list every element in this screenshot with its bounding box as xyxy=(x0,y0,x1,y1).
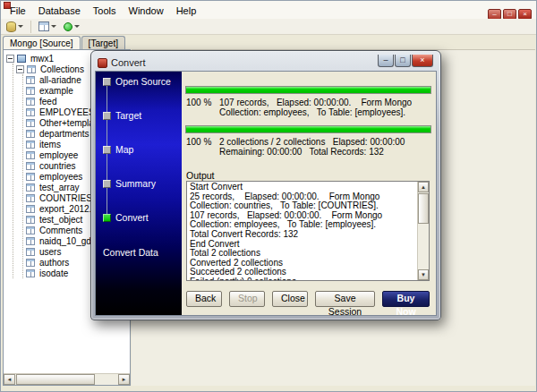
source-target-tabbar: Mongo [Source] [Target] xyxy=(1,35,536,49)
output-line: 107 records, Elapsed: 00:00:00. Form Mon… xyxy=(190,211,414,230)
step-label: Summary xyxy=(115,178,156,189)
tree-item-label[interactable]: items xyxy=(38,140,63,149)
progress-fill xyxy=(186,87,430,93)
dialog-button-row: Back Stop Close Save Session Buy Now xyxy=(186,291,430,307)
tree-item-label[interactable]: export_2012... xyxy=(38,204,98,214)
tree-item-label[interactable]: isodate xyxy=(38,268,70,278)
tree-item-label[interactable]: departments xyxy=(38,129,91,139)
output-log: Start Convert 25 records, Elapsed: 00:00… xyxy=(187,182,417,280)
output-line: Total Convert Records: 132 xyxy=(190,230,414,240)
step-marker-icon xyxy=(103,112,111,120)
output-line: Failed (partly) 0 collections xyxy=(190,277,414,280)
tab-mongo-source[interactable]: Mongo [Source] xyxy=(3,36,81,49)
tree-item-label[interactable]: test_object xyxy=(38,215,84,225)
table-icon xyxy=(26,130,35,138)
tree-collections-label[interactable]: Collections xyxy=(38,64,86,74)
step-marker-icon xyxy=(103,78,111,86)
collapse-icon[interactable] xyxy=(6,55,14,63)
tree-item-label[interactable]: COUNTRIES xyxy=(38,193,94,203)
menu-window[interactable]: Window xyxy=(123,4,170,17)
dialog-window-controls: – □ × xyxy=(377,55,433,67)
scroll-up-icon[interactable] xyxy=(418,182,429,192)
table-icon xyxy=(26,216,35,224)
output-line: Start Convert xyxy=(190,183,414,192)
tree-item-label[interactable]: feed xyxy=(38,97,58,107)
tree-item-label[interactable]: all-ariadne xyxy=(38,75,83,85)
dialog-title-bar[interactable]: Convert – □ × xyxy=(95,55,437,71)
scroll-left-icon[interactable] xyxy=(4,374,15,385)
total-progress-text: 100 % 2 collections / 2 collections Elap… xyxy=(186,137,431,157)
current-progress-text: 100 % 107 records, Elapsed: 00:00:00. Fo… xyxy=(186,98,431,117)
table-tools-button[interactable] xyxy=(37,21,58,32)
tree-item-label[interactable]: employees xyxy=(38,172,84,182)
tree-item-label[interactable]: test_array xyxy=(38,183,81,192)
total-progress-bar xyxy=(185,125,431,133)
server-icon xyxy=(17,55,26,63)
run-convert-button[interactable] xyxy=(62,21,81,32)
dialog-title: Convert xyxy=(111,57,146,68)
open-database-button[interactable] xyxy=(4,21,25,33)
dialog-app-icon xyxy=(98,58,107,68)
scroll-down-icon[interactable] xyxy=(418,269,429,280)
tree-item-label[interactable]: employee xyxy=(38,150,80,160)
tree-item-label[interactable]: EMPLOYEES xyxy=(38,107,97,117)
step-marker-icon xyxy=(103,146,111,154)
table-icon xyxy=(26,248,35,256)
wizard-step-summary: Summary xyxy=(103,178,156,189)
buy-now-button[interactable]: Buy Now xyxy=(382,291,430,307)
menu-help[interactable]: Help xyxy=(170,4,203,17)
menu-database[interactable]: Database xyxy=(32,4,87,17)
run-icon xyxy=(64,22,72,31)
save-session-button[interactable]: Save Session xyxy=(315,291,375,307)
output-box: Start Convert 25 records, Elapsed: 00:00… xyxy=(186,181,430,281)
step-marker-icon xyxy=(103,180,111,188)
progress-fill xyxy=(186,126,430,132)
table-icon xyxy=(26,194,35,202)
toolbar xyxy=(1,19,536,35)
current-progress-status: 107 records, Elapsed: 00:00:00. Form Mon… xyxy=(219,98,431,117)
table-icon xyxy=(26,108,35,116)
table-icon xyxy=(26,183,35,192)
current-progress-percent: 100 % xyxy=(186,98,219,117)
tree-item-label[interactable]: users xyxy=(38,247,63,257)
back-button[interactable]: Back xyxy=(186,291,222,307)
wizard-step-map: Map xyxy=(103,144,133,155)
tree-item-label[interactable]: countries xyxy=(38,161,78,171)
stop-button[interactable]: Stop xyxy=(229,291,265,307)
tree-item-label[interactable]: Comments xyxy=(38,226,84,235)
wizard-sidebar: Open Source Target Map Summary Convert xyxy=(96,72,182,315)
dialog-maximize-button[interactable]: □ xyxy=(395,55,411,67)
table-icon xyxy=(26,205,35,213)
tab-target[interactable]: [Target] xyxy=(81,36,125,49)
menu-file[interactable]: File xyxy=(4,4,32,17)
title-bar[interactable]: File Database Tools Window Help – □ × xyxy=(1,1,536,19)
table-icon xyxy=(38,21,49,31)
table-icon xyxy=(26,76,35,84)
dialog-close-button[interactable]: × xyxy=(412,55,433,67)
output-label: Output xyxy=(186,170,215,181)
chevron-down-icon xyxy=(51,25,56,28)
tree-item-label[interactable]: authors xyxy=(38,258,71,268)
total-progress-status: 2 collections / 2 collections Elapsed: 0… xyxy=(219,137,431,157)
output-line: 25 records, Elapsed: 00:00:00. Form Mong… xyxy=(190,192,414,211)
scroll-right-icon[interactable] xyxy=(118,374,130,385)
wizard-step-open-source: Open Source xyxy=(103,76,171,87)
chevron-down-icon xyxy=(74,25,80,28)
tree-root-label[interactable]: mwx1 xyxy=(29,54,55,64)
scrollbar-thumb[interactable] xyxy=(16,374,95,385)
scrollbar-thumb[interactable] xyxy=(418,193,429,224)
toolbar-separator xyxy=(30,21,31,33)
vertical-scrollbar[interactable] xyxy=(417,182,429,280)
table-icon xyxy=(26,162,35,170)
database-icon xyxy=(6,21,16,32)
table-icon xyxy=(26,269,35,277)
collapse-icon[interactable] xyxy=(16,65,24,73)
table-icon xyxy=(26,226,35,234)
dialog-minimize-button[interactable]: – xyxy=(378,55,394,67)
close-dialog-button[interactable]: Close xyxy=(272,291,308,307)
step-label: Convert xyxy=(115,212,149,223)
tree-item-label[interactable]: example xyxy=(38,86,75,96)
wizard-content: 100 % 107 records, Elapsed: 00:00:00. Fo… xyxy=(182,72,436,315)
menu-tools[interactable]: Tools xyxy=(87,4,123,17)
horizontal-scrollbar[interactable] xyxy=(4,373,130,385)
